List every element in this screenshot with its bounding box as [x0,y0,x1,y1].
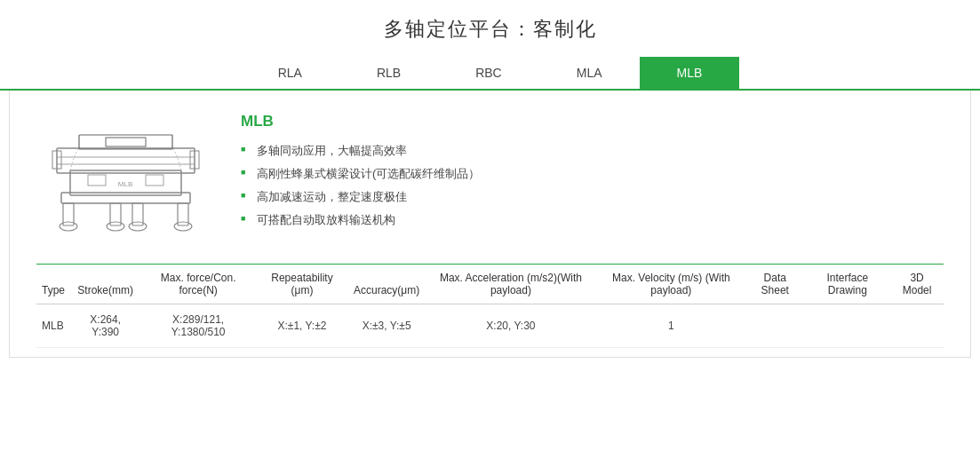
feature-list: 多轴同动应用，大幅提高效率 高刚性蜂巢式横梁设计(可选配碳纤维制品） 高加减速运… [241,143,944,228]
datasheet-link[interactable] [766,316,784,334]
tab-mla[interactable]: MLA [539,57,640,89]
col-header-velocity: Max. Velocity (m/s) (With payload) [597,265,745,304]
cell-datasheet [745,304,804,348]
tab-mlb[interactable]: MLB [640,57,740,89]
svg-rect-18 [146,175,163,186]
col-header-accuracy: Accuracy(μm) [348,265,425,304]
table-row: MLB X:264, Y:390 X:289/121, Y:1380/510 X… [36,304,944,348]
product-section: MLB MLB 多轴同动应用，大幅提高效率 高刚性蜂巢式横梁设计(可选配碳纤维制… [36,108,944,264]
svg-rect-16 [106,138,146,146]
tab-rbc[interactable]: RBC [438,57,539,89]
col-header-force: Max. force/Con. force(N) [140,265,256,304]
col-header-datasheet: Data Sheet [745,265,804,304]
col-header-repeatability: Repeatability (μm) [256,265,348,304]
svg-text:MLB: MLB [117,180,131,188]
cell-force: X:289/121, Y:1380/510 [140,304,256,348]
product-image: MLB [44,108,208,246]
interface-drawing-link[interactable] [839,316,857,334]
cell-stroke: X:264, Y:390 [70,304,140,348]
specs-table: Type Stroke(mm) Max. force/Con. force(N)… [36,265,944,348]
cell-accuracy: X:±3, Y:±5 [348,304,425,348]
tab-rlb[interactable]: RLB [339,57,438,89]
feature-item-2: 高刚性蜂巢式横梁设计(可选配碳纤维制品） [241,166,944,182]
tab-rla[interactable]: RLA [241,57,339,89]
cell-type: MLB [36,304,70,348]
col-header-3dmodel: 3D Model [890,265,944,304]
svg-point-8 [174,222,192,231]
svg-rect-15 [79,135,172,149]
feature-item-3: 高加减速运动，整定速度极佳 [241,189,944,205]
feature-item-1: 多轴同动应用，大幅提高效率 [241,143,944,159]
svg-rect-10 [57,148,195,173]
svg-point-7 [129,222,147,231]
col-header-type: Type [36,265,70,304]
product-name: MLB [241,113,944,130]
3dmodel-link[interactable] [908,316,926,334]
cell-acceleration: X:20, Y:30 [425,304,596,348]
feature-item-4: 可搭配自动取放料输送机构 [241,212,944,228]
svg-rect-17 [88,175,106,186]
cell-repeatability: X:±1, Y:±2 [256,304,348,348]
product-image-box: MLB [36,108,214,246]
page-title: 多轴定位平台：客制化 [0,0,980,57]
svg-point-6 [107,222,124,231]
cell-interface-drawing [804,304,890,348]
svg-point-5 [60,222,77,231]
product-details: MLB 多轴同动应用，大幅提高效率 高刚性蜂巢式横梁设计(可选配碳纤维制品） 高… [241,108,944,235]
cell-3dmodel [890,304,944,348]
table-header-row: Type Stroke(mm) Max. force/Con. force(N)… [36,265,944,304]
table-section: Type Stroke(mm) Max. force/Con. force(N)… [36,265,944,348]
content-area: MLB MLB 多轴同动应用，大幅提高效率 高刚性蜂巢式横梁设计(可选配碳纤维制… [9,91,971,358]
col-header-interface: Interface Drawing [804,265,890,304]
col-header-stroke: Stroke(mm) [70,265,140,304]
cell-velocity: 1 [597,304,745,348]
svg-rect-0 [61,193,190,203]
tabs-bar: RLA RLB RBC MLA MLB [0,57,980,91]
col-header-acceleration: Max. Acceleration (m/s2)(With payload) [425,265,596,304]
product-svg: MLB [44,108,208,246]
